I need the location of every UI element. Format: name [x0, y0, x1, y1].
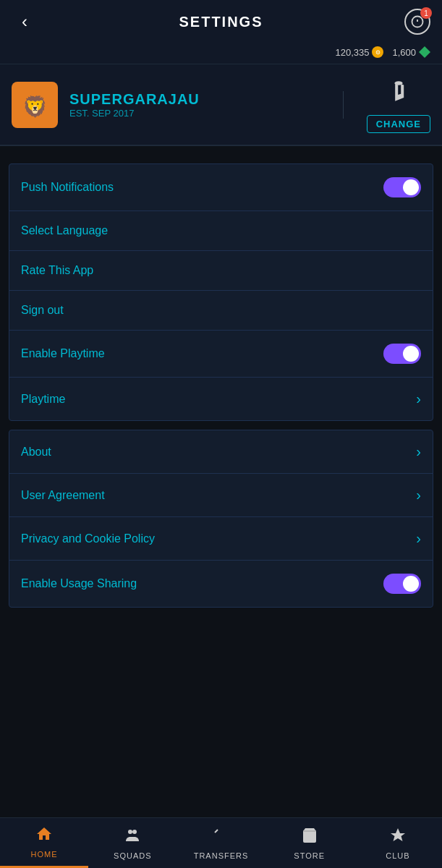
back-arrow-icon: ‹ [22, 12, 27, 32]
about-label: About [21, 446, 51, 459]
currency-bar: 120,335 ⊙ 1,600 [0, 43, 442, 64]
gems-display: 1,600 [392, 46, 430, 58]
sign-out-item[interactable]: Sign out [9, 291, 433, 331]
home-icon [35, 825, 53, 847]
nav-home[interactable]: HOME [0, 818, 88, 868]
user-agreement-label: User Agreement [21, 489, 105, 502]
push-notifications-item[interactable]: Push Notifications [9, 164, 433, 211]
svg-point-5 [394, 81, 402, 85]
playtime-label: Playtime [21, 393, 65, 406]
coins-value: 120,335 [335, 47, 369, 58]
usage-sharing-toggle[interactable] [383, 574, 421, 594]
notification-button[interactable]: 1 [404, 9, 430, 35]
nav-transfers-label: TRANSFERS [194, 851, 249, 860]
about-chevron-icon: › [416, 443, 421, 460]
page-title: SETTINGS [179, 14, 263, 30]
nav-squads[interactable]: SQUADS [88, 818, 177, 868]
profile-established: EST. SEP 2017 [69, 108, 331, 119]
bottom-nav: HOME SQUADS TRANSFERS S [0, 817, 442, 868]
user-agreement-item[interactable]: User Agreement › [9, 474, 433, 517]
settings-group-1: Push Notifications Select Language Rate … [9, 163, 433, 421]
profile-info: SUPERGARAJAU EST. SEP 2017 [69, 91, 344, 119]
back-button[interactable]: ‹ [12, 9, 38, 35]
coin-icon: ⊙ [372, 46, 383, 58]
push-notifications-label: Push Notifications [21, 181, 114, 194]
header: ‹ SETTINGS 1 [0, 0, 442, 43]
privacy-policy-chevron-icon: › [416, 530, 421, 547]
svg-point-7 [132, 830, 137, 834]
settings-container: Push Notifications Select Language Rate … [0, 146, 442, 625]
enable-playtime-toggle[interactable] [383, 344, 421, 364]
club-icon [389, 827, 407, 848]
usage-sharing-label: Enable Usage Sharing [21, 577, 137, 590]
nav-club-label: CLUB [386, 851, 409, 860]
nav-club[interactable]: CLUB [354, 818, 442, 868]
change-platform-button[interactable]: CHANGE [367, 115, 430, 133]
coins-display: 120,335 ⊙ [335, 46, 383, 58]
privacy-policy-item[interactable]: Privacy and Cookie Policy › [9, 517, 433, 561]
playtime-chevron-icon: › [416, 391, 421, 407]
nav-store[interactable]: STORE [265, 818, 354, 868]
enable-playtime-label: Enable Playtime [21, 347, 105, 360]
nav-store-label: STORE [294, 851, 325, 860]
svg-text:🦁: 🦁 [22, 95, 48, 119]
playstation-icon [384, 76, 413, 111]
sign-out-label: Sign out [21, 304, 64, 317]
nav-squads-label: SQUADS [114, 851, 151, 860]
transfers-icon [213, 827, 230, 848]
about-item[interactable]: About › [9, 430, 433, 474]
gems-value: 1,600 [392, 47, 416, 58]
settings-group-2: About › User Agreement › Privacy and Coo… [9, 430, 433, 608]
push-notifications-toggle[interactable] [383, 177, 421, 197]
notification-badge: 1 [420, 7, 432, 19]
squads-icon [124, 827, 141, 848]
nav-home-label: HOME [31, 850, 58, 859]
club-badge: 🦁 [12, 82, 58, 128]
profile-name: SUPERGARAJAU [69, 91, 331, 108]
rate-app-label: Rate This App [21, 264, 93, 277]
select-language-label: Select Language [21, 224, 108, 237]
enable-playtime-item[interactable]: Enable Playtime [9, 331, 433, 378]
platform-section[interactable]: CHANGE [355, 76, 430, 133]
profile-section: 🦁 SUPERGARAJAU EST. SEP 2017 CHANGE [0, 64, 442, 146]
nav-transfers[interactable]: TRANSFERS [177, 818, 265, 868]
store-icon [301, 827, 318, 848]
svg-point-6 [128, 830, 132, 834]
usage-sharing-item[interactable]: Enable Usage Sharing [9, 561, 433, 607]
playtime-item[interactable]: Playtime › [9, 378, 433, 420]
gem-icon [419, 46, 430, 58]
select-language-item[interactable]: Select Language [9, 211, 433, 251]
rate-app-item[interactable]: Rate This App [9, 251, 433, 291]
svg-line-8 [215, 830, 218, 833]
user-agreement-chevron-icon: › [416, 487, 421, 503]
privacy-policy-label: Privacy and Cookie Policy [21, 532, 155, 545]
